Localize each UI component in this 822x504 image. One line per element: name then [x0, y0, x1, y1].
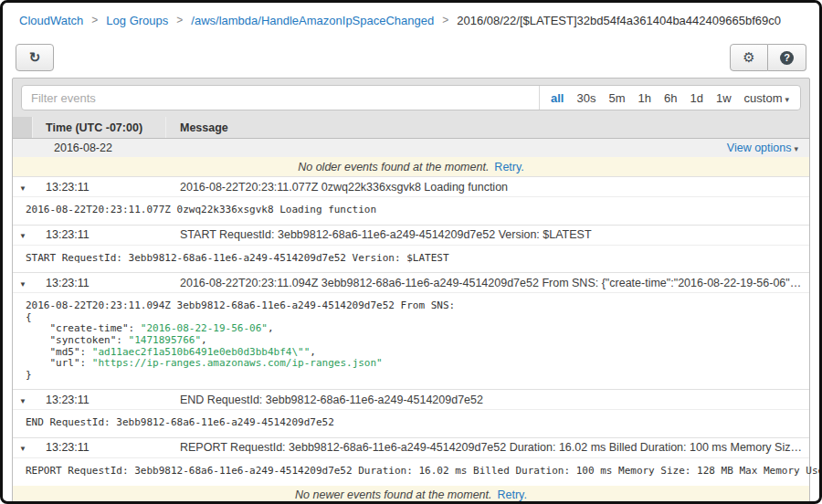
json-separator: : [80, 346, 92, 358]
breadcrumb-separator-icon: > [176, 14, 183, 26]
breadcrumb-separator-icon: > [91, 14, 98, 26]
retry-newer-link[interactable]: Retry. [497, 488, 526, 501]
cloudwatch-log-events-window: CloudWatch > Log Groups > /aws/lambda/Ha… [0, 0, 822, 504]
json-comma: , [268, 322, 274, 334]
toolbar: ↻ ⚙ ? [3, 37, 819, 78]
time-range-6h[interactable]: 6h [664, 91, 677, 105]
no-older-events-text: No older events found at the moment. [298, 161, 489, 173]
event-message: END RequestId: 3ebb9812-68a6-11e6-a249-4… [166, 394, 809, 406]
log-text: END RequestId: 3ebb9812-68a6-11e6-a249-4… [26, 417, 800, 429]
log-event-summary-row[interactable]: ▼ 13:23:11 END RequestId: 3ebb9812-68a6-… [13, 389, 809, 409]
log-event: ▼ 13:23:11 2016-08-22T20:23:11.077Z 0zwq… [13, 176, 809, 225]
date-label: 2016-08-22 [13, 142, 112, 154]
time-range-30s[interactable]: 30s [577, 91, 596, 105]
view-options-link[interactable]: View options▾ [727, 142, 809, 154]
event-message: 2016-08-22T20:23:11.077Z 0zwq22k336xsgvk… [166, 181, 809, 194]
breadcrumb: CloudWatch > Log Groups > /aws/lambda/Ha… [3, 3, 819, 37]
json-comma: , [310, 346, 316, 358]
breadcrumb-log-groups-link[interactable]: Log Groups [106, 14, 168, 27]
log-text: REPORT RequestId: 3ebb9812-68a6-11e6-a24… [26, 466, 800, 478]
filter-box: all 30s 5m 1h 6h 1d 1w custom▾ [21, 85, 801, 110]
log-text: START RequestId: 3ebb9812-68a6-11e6-a249… [26, 253, 800, 265]
time-range-1d[interactable]: 1d [690, 91, 702, 105]
json-key: "md5" [26, 346, 80, 358]
log-text: 2016-08-22T20:23:11.094Z 3ebb9812-68a6-1… [26, 300, 800, 312]
event-message: 2016-08-22T20:23:11.094Z 3ebb9812-68a6-1… [166, 277, 809, 289]
log-event: ▼ 13:23:11 START RequestId: 3ebb9812-68a… [13, 225, 809, 273]
refresh-icon: ↻ [29, 49, 41, 66]
table-body: 2016-08-22 View options▾ No older events… [13, 138, 809, 504]
collapse-triangle-icon[interactable]: ▼ [19, 184, 26, 193]
json-value: "1471895766" [129, 334, 201, 346]
json-comma: , [201, 334, 207, 346]
column-header-time: Time (UTC -07:00) [33, 117, 166, 138]
breadcrumb-log-group-link[interactable]: /aws/lambda/HandleAmazonIpSpaceChanged [191, 14, 434, 27]
log-event: ▼ 13:23:11 REPORT RequestId: 3ebb9812-68… [13, 437, 809, 486]
view-options-label: View options [727, 142, 792, 154]
log-text: 2016-08-22T20:23:11.077Z 0zwq22k336xsgvk… [26, 205, 800, 216]
filter-events-input[interactable] [22, 86, 539, 110]
json-value: "ad11aec2f1a510b6491e0eb0d3bb4bf4\"" [92, 346, 310, 358]
collapse-triangle-icon[interactable]: ▼ [19, 232, 26, 240]
json-key: "synctoken" [26, 334, 116, 346]
json-separator: : [129, 322, 141, 334]
json-separator: : [116, 334, 128, 346]
no-older-events-notice: No older events found at the moment. Ret… [13, 157, 809, 176]
log-events-panel: all 30s 5m 1h 6h 1d 1w custom▾ Time (UTC… [12, 78, 810, 504]
collapse-triangle-icon[interactable]: ▼ [19, 397, 26, 405]
header-gutter-cell [13, 117, 33, 138]
no-newer-events-text: No newer events found at the moment. [295, 488, 491, 501]
log-event-summary-row[interactable]: ▼ 13:23:11 START RequestId: 3ebb9812-68a… [13, 225, 809, 245]
log-event-expanded: START RequestId: 3ebb9812-68a6-11e6-a249… [13, 245, 809, 273]
log-event-summary-row[interactable]: ▼ 13:23:11 2016-08-22T20:23:11.094Z 3ebb… [13, 272, 809, 292]
breadcrumb-separator-icon: > [442, 14, 448, 26]
collapse-triangle-icon[interactable]: ▼ [19, 280, 26, 289]
help-button[interactable]: ? [768, 44, 806, 71]
collapse-triangle-icon[interactable]: ▼ [19, 445, 26, 453]
log-event-expanded: REPORT RequestId: 3ebb9812-68a6-11e6-a24… [13, 457, 809, 486]
time-range-custom[interactable]: custom▾ [744, 91, 789, 105]
retry-older-link[interactable]: Retry. [494, 161, 523, 173]
time-range-1h[interactable]: 1h [638, 91, 651, 105]
chevron-down-icon: ▾ [785, 95, 789, 104]
table-header: Time (UTC -07:00) Message [13, 117, 809, 138]
event-time: 13:23:11 [33, 181, 166, 194]
log-event-expanded: 2016-08-22T20:23:11.077Z 0zwq22k336xsgvk… [13, 196, 809, 225]
event-time: 13:23:11 [33, 228, 166, 241]
json-entry: "url": "https://ip-ranges.amazonaws.com/… [26, 358, 800, 370]
event-time: 13:23:11 [33, 277, 166, 289]
event-message: REPORT RequestId: 3ebb9812-68a6-11e6-a24… [166, 441, 809, 454]
log-event: ▼ 13:23:11 2016-08-22T20:23:11.094Z 3ebb… [13, 272, 809, 389]
custom-label: custom [744, 91, 783, 105]
help-icon: ? [780, 51, 794, 65]
log-event-expanded: 2016-08-22T20:23:11.094Z 3ebb9812-68a6-1… [13, 292, 809, 389]
log-event: ▼ 13:23:11 END RequestId: 3ebb9812-68a6-… [13, 389, 809, 437]
log-event-summary-row[interactable]: ▼ 13:23:11 2016-08-22T20:23:11.077Z 0zwq… [13, 176, 809, 196]
time-range-selector: all 30s 5m 1h 6h 1d 1w custom▾ [539, 86, 800, 110]
json-value: "https://ip-ranges.amazonaws.com/ip-rang… [92, 357, 383, 369]
breadcrumb-log-stream-current: 2016/08/22/[$LATEST]32bd54f4a361404ba442… [457, 14, 781, 27]
refresh-button[interactable]: ↻ [16, 44, 54, 71]
log-event-summary-row[interactable]: ▼ 13:23:11 REPORT RequestId: 3ebb9812-68… [13, 437, 809, 457]
time-range-all[interactable]: all [551, 91, 564, 105]
time-range-1w[interactable]: 1w [716, 91, 732, 105]
date-divider-row: 2016-08-22 View options▾ [13, 139, 809, 157]
gear-icon: ⚙ [743, 49, 754, 66]
log-event-expanded: END RequestId: 3ebb9812-68a6-11e6-a249-4… [13, 409, 809, 437]
no-newer-events-notice: No newer events found at the moment. Ret… [13, 486, 809, 504]
breadcrumb-cloudwatch-link[interactable]: CloudWatch [19, 14, 83, 27]
column-header-message: Message [166, 117, 809, 138]
json-key: "url" [26, 357, 80, 369]
settings-button[interactable]: ⚙ [730, 44, 768, 71]
json-key: "create-time" [26, 322, 129, 334]
toolbar-right-button-group: ⚙ ? [730, 44, 806, 71]
event-message: START RequestId: 3ebb9812-68a6-11e6-a249… [166, 228, 809, 241]
filter-bar: all 30s 5m 1h 6h 1d 1w custom▾ [13, 79, 809, 117]
time-range-5m[interactable]: 5m [608, 91, 625, 105]
chevron-down-icon: ▾ [794, 144, 798, 153]
json-close-brace: } [26, 370, 800, 382]
event-time: 13:23:11 [33, 394, 166, 406]
event-time: 13:23:11 [33, 441, 166, 454]
json-value: "2016-08-22-19-56-06" [141, 322, 268, 334]
json-separator: : [80, 357, 92, 369]
